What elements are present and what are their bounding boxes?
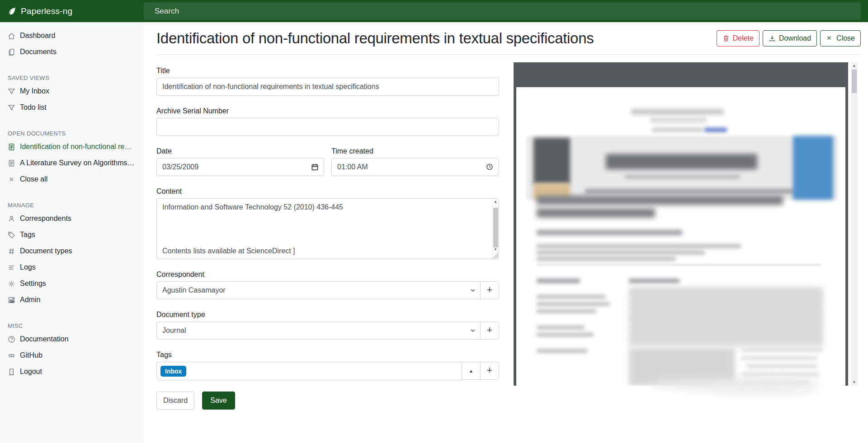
blur-shape (631, 109, 724, 115)
chevron-down-icon (470, 328, 476, 333)
document-type-select[interactable]: Journal (156, 322, 481, 340)
tags-dropdown-toggle-button[interactable]: ▲ (462, 362, 481, 380)
sidebar-item-label: My Inbox (20, 87, 49, 95)
sidebar-item-github[interactable]: GitHub (0, 347, 144, 364)
chevron-down-icon (470, 288, 476, 293)
content-label: Content (156, 187, 499, 196)
sidebar-item-label: Close all (20, 175, 47, 183)
sidebar-open-doc-literature-survey[interactable]: A Literature Survey on Algorithms for Mu… (0, 155, 144, 171)
discard-button[interactable]: Discard (156, 392, 194, 410)
sidebar-item-settings[interactable]: Settings (0, 275, 144, 292)
plus-icon: + (487, 285, 493, 295)
correspondent-select[interactable]: Agustin Casamayor (156, 281, 481, 299)
preview-scrollbar[interactable]: ▲ ▼ (851, 62, 858, 386)
blur-shape (585, 189, 797, 193)
content-scrollbar[interactable]: ▲ ▼ (492, 199, 499, 259)
paperless-app: Paperless-ng Dashboard Documents SAVED V… (0, 0, 868, 443)
tags-input[interactable]: Inbox (156, 362, 462, 380)
scroll-up-icon[interactable]: ▲ (851, 64, 858, 68)
sidebar-item-document-types[interactable]: Document types (0, 243, 144, 259)
sidebar-item-todo-list[interactable]: Todo list (0, 99, 144, 116)
document-header: Identification of non-functional require… (144, 22, 868, 54)
blur-shape (606, 154, 757, 169)
blur-shape (652, 128, 703, 132)
date-label: Date (156, 147, 324, 155)
add-document-type-button[interactable]: + (480, 322, 499, 340)
blur-shape (537, 230, 682, 235)
scroll-down-icon[interactable]: ▼ (851, 380, 858, 384)
delete-button[interactable]: Delete (717, 30, 760, 47)
delete-button-label: Delete (733, 34, 754, 42)
blur-shape (704, 128, 727, 132)
blur-shape (741, 348, 823, 352)
sidebar-item-logs[interactable]: Logs (0, 259, 144, 275)
add-correspondent-button[interactable]: + (480, 281, 499, 299)
blur-shape (537, 333, 594, 336)
blur-shape (625, 175, 740, 179)
calendar-icon[interactable] (311, 163, 319, 171)
sidebar-item-admin[interactable]: Admin (0, 292, 144, 308)
blur-shape (533, 138, 570, 184)
archive-serial-number-input[interactable] (156, 118, 499, 136)
sidebar-item-dashboard[interactable]: Dashboard (0, 28, 144, 44)
scroll-up-icon[interactable]: ▲ (492, 200, 499, 204)
tag-chip-inbox[interactable]: Inbox (160, 366, 186, 377)
link-icon (8, 352, 15, 359)
sidebar-item-documentation[interactable]: Documentation (0, 331, 144, 347)
clock-icon[interactable] (486, 163, 494, 171)
sidebar: Dashboard Documents SAVED VIEWS My Inbox… (0, 22, 144, 443)
download-button[interactable]: Download (763, 30, 817, 47)
sidebar-item-correspondents[interactable]: Correspondents (0, 210, 144, 227)
brand[interactable]: Paperless-ng (0, 6, 144, 16)
sidebar-item-logout[interactable]: Logout (0, 364, 144, 380)
blur-shape (793, 136, 833, 200)
content-textarea[interactable]: Information and Software Technology 52 (… (156, 198, 499, 259)
documents-icon (8, 48, 15, 56)
search-input[interactable] (144, 2, 861, 20)
sidebar-item-label: Logs (20, 263, 36, 271)
correspondent-value: Agustin Casamayor (162, 286, 226, 294)
sidebar-item-label: Tags (20, 231, 35, 239)
blur-shape (537, 208, 655, 218)
date-input[interactable] (156, 158, 324, 176)
sidebar-item-label: Correspondents (20, 215, 71, 223)
time-created-input[interactable] (331, 158, 499, 176)
sidebar-item-label: Logout (20, 368, 42, 376)
content-scrollbar-thumb[interactable] (493, 208, 498, 247)
sidebar-item-tags[interactable]: Tags (0, 227, 144, 243)
sidebar-item-my-inbox[interactable]: My Inbox (0, 83, 144, 99)
title-input[interactable] (156, 78, 499, 96)
top-navbar: Paperless-ng (0, 0, 868, 22)
preview-scrollbar-thumb[interactable] (852, 70, 857, 93)
sidebar-item-label: Admin (20, 296, 40, 304)
content-text-line: Contents lists available at ScienceDirec… (162, 247, 487, 255)
sidebar-section-misc: MISC (0, 318, 144, 331)
document-actions: Delete Download Close (717, 30, 861, 47)
close-button[interactable]: Close (820, 30, 861, 47)
time-created-label: Time created (331, 147, 499, 155)
tag-icon (8, 231, 15, 239)
filter-icon (8, 104, 15, 112)
document-edit-form: Title Archive Serial Number Date (156, 55, 499, 410)
pdf-viewer-frame (514, 62, 848, 386)
blur-shape (537, 326, 585, 329)
close-icon (8, 176, 15, 183)
sidebar-item-close-all[interactable]: Close all (0, 171, 144, 187)
save-button[interactable]: Save (202, 392, 235, 410)
resize-grip[interactable] (492, 252, 498, 258)
file-text-icon (8, 159, 15, 167)
scroll-down-icon[interactable]: ▼ (492, 247, 499, 252)
blur-shape (537, 349, 587, 353)
title-label: Title (156, 67, 499, 75)
sidebar-item-label: Dashboard (20, 32, 55, 40)
sidebar-section-saved-views: SAVED VIEWS (0, 70, 144, 83)
blur-shape (746, 364, 817, 368)
blur-shape (537, 279, 580, 283)
hash-icon (8, 247, 15, 255)
sidebar-item-documents[interactable]: Documents (0, 44, 144, 60)
blur-shape (650, 118, 707, 122)
add-tag-button[interactable]: + (480, 362, 499, 380)
sidebar-open-doc-identification[interactable]: Identification of non-functional require… (0, 139, 144, 155)
sidebar-section-open-documents: OPEN DOCUMENTS (0, 126, 144, 139)
download-icon (769, 35, 776, 42)
